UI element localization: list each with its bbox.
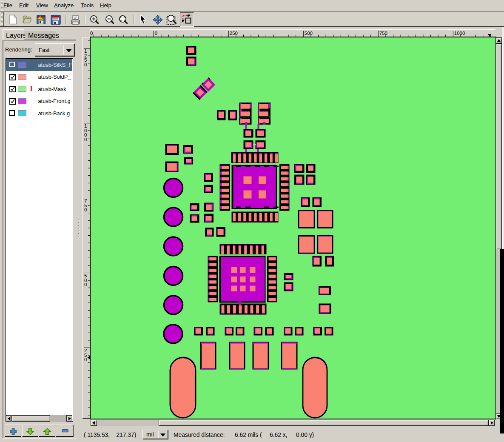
svg-text:0: 0 (84, 357, 87, 362)
svg-text:0: 0 (84, 62, 87, 67)
svg-text:0: 0 (90, 31, 93, 36)
svg-text:0: 0 (155, 31, 157, 36)
svg-text:0: 0 (84, 137, 87, 142)
svg-text:0: 0 (84, 207, 87, 212)
svg-text:0: 0 (84, 282, 87, 287)
svg-text:750: 750 (379, 31, 387, 36)
svg-text:250: 250 (230, 31, 238, 36)
svg-text:1000: 1000 (454, 31, 465, 36)
svg-text:500: 500 (305, 31, 313, 36)
